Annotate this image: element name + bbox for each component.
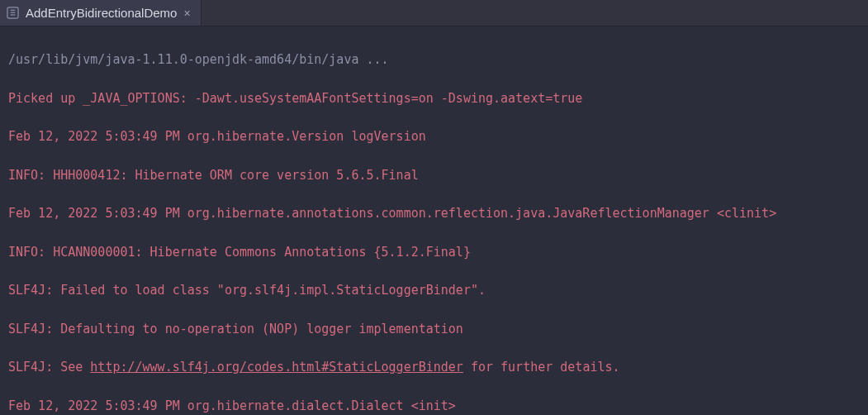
console-line: Feb 12, 2022 5:03:49 PM org.hibernate.an…	[8, 204, 860, 223]
console-line: INFO: HHH000412: Hibernate ORM core vers…	[8, 166, 860, 185]
tab-bar: AddEntryBidirectionalDemo ×	[0, 0, 868, 26]
console-line: Picked up _JAVA_OPTIONS: -Dawt.useSystem…	[8, 89, 860, 108]
svg-rect-3	[11, 14, 16, 15]
console-line: Feb 12, 2022 5:03:49 PM org.hibernate.di…	[8, 397, 860, 415]
console-line: SLF4J: Failed to load class "org.slf4j.i…	[8, 281, 860, 300]
console-line: SLF4J: Defaulting to no-operation (NOP) …	[8, 320, 860, 339]
console-text: SLF4J: See	[8, 360, 90, 374]
tab-title: AddEntryBidirectionalDemo	[26, 6, 177, 20]
slf4j-docs-link[interactable]: http://www.slf4j.org/codes.html#StaticLo…	[90, 360, 463, 374]
svg-rect-2	[11, 12, 16, 13]
console-output[interactable]: /usr/lib/jvm/java-1.11.0-openjdk-amd64/b…	[0, 26, 868, 415]
console-line: INFO: HCANN000001: Hibernate Commons Ann…	[8, 243, 860, 262]
console-line: SLF4J: See http://www.slf4j.org/codes.ht…	[8, 358, 860, 377]
tab-close-icon[interactable]: ×	[182, 7, 192, 19]
run-tab[interactable]: AddEntryBidirectionalDemo ×	[0, 0, 202, 26]
run-config-icon	[7, 7, 19, 19]
svg-rect-1	[11, 10, 16, 11]
console-command: /usr/lib/jvm/java-1.11.0-openjdk-amd64/b…	[8, 50, 860, 69]
console-line: Feb 12, 2022 5:03:49 PM org.hibernate.Ve…	[8, 127, 860, 146]
console-text: for further details.	[463, 360, 620, 374]
